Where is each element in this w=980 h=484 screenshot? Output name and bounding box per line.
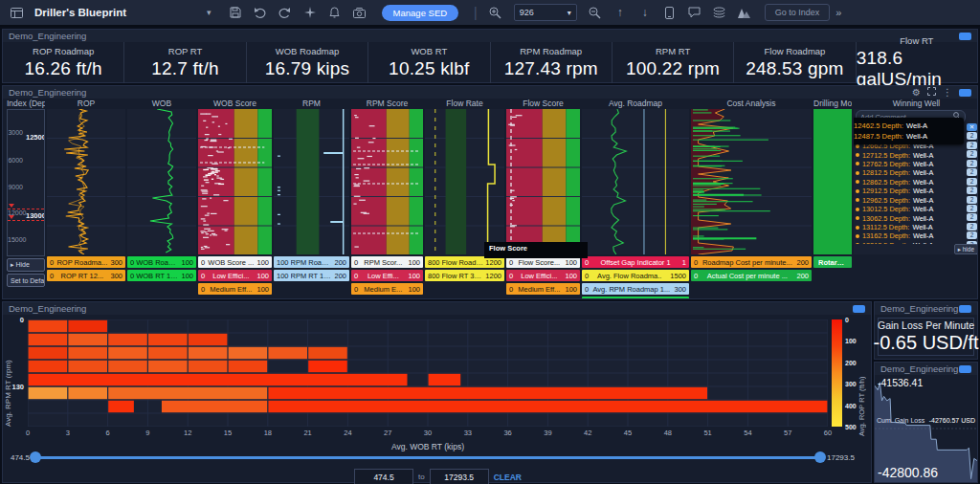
panel-collapse-icon[interactable]: [959, 33, 971, 40]
legend-label: ROP RT 12...: [56, 272, 108, 280]
count-badge[interactable]: 2: [967, 213, 977, 221]
track-header-winning[interactable]: Winning Well: [854, 99, 978, 109]
legend-chip[interactable]: 0WOB Score ...100: [198, 256, 272, 268]
count-badge[interactable]: 2: [967, 142, 977, 149]
count-badge[interactable]: 2: [967, 223, 977, 231]
comment-icon[interactable]: [682, 3, 707, 22]
slider-handle-right[interactable]: [814, 451, 826, 463]
legend-chip[interactable]: 100RPM Roadmap ...200: [274, 256, 349, 268]
count-badge[interactable]: 2: [967, 196, 977, 204]
track-header-rop[interactable]: ROP: [47, 99, 125, 109]
legend-chip[interactable]: 0Offset Gap Indicator 11: [582, 256, 689, 268]
bell-icon[interactable]: [323, 3, 347, 22]
panel-collapse-icon[interactable]: [959, 365, 971, 373]
list-item[interactable]: 13062.5 Depth:Well-A: [856, 213, 966, 222]
track-header-avg_roadmap[interactable]: Avg. Roadmap: [582, 99, 689, 109]
track-header-flow_score[interactable]: Flow Score: [506, 99, 580, 109]
list-item[interactable]: 13162.5 Depth:Well-A: [856, 231, 966, 240]
legend-chip[interactable]: 800Flow RT 31...1200: [425, 270, 504, 281]
count-badge[interactable]: 2: [967, 231, 977, 239]
count-badge[interactable]: 2: [967, 160, 977, 167]
hide-tracks-button[interactable]: ▸ Hide: [7, 258, 45, 272]
list-item[interactable]: 13212.5 Depth:Well-A: [856, 241, 966, 244]
list-item[interactable]: 12712.5 Depth:Well-A: [856, 150, 966, 159]
go-to-index-button[interactable]: Go to Index: [765, 4, 831, 21]
track-header-cost[interactable]: Cost Analysis: [691, 99, 812, 109]
slider-handle-left[interactable]: [30, 451, 41, 463]
legend-chip[interactable]: 0WOB Roadma..100: [127, 256, 196, 268]
list-item[interactable]: 12812.5 Depth:Well-A: [856, 168, 966, 177]
save-icon[interactable]: [223, 3, 248, 22]
rpm_score-track-svg: [351, 109, 423, 254]
count-badge[interactable]: 2: [967, 205, 977, 212]
legend-chip[interactable]: 0Roadmap Cost per minute...200: [691, 256, 812, 268]
track-header-index[interactable]: Index (Depth): [7, 99, 45, 109]
range-to-input[interactable]: [430, 469, 489, 484]
app-window-icon[interactable]: [4, 3, 29, 22]
clear-range-button[interactable]: CLEAR: [494, 473, 522, 482]
set-to-default-button[interactable]: Set to Default...: [7, 274, 45, 287]
legend-min: 0: [354, 285, 358, 294]
sparkle-icon[interactable]: [298, 3, 323, 22]
legend-chip[interactable]: 0Avg. WOB Roadmap 1...100: [582, 297, 689, 299]
hide-list-button[interactable]: ▸ hide: [954, 244, 978, 254]
kpi-cell-flow-rt: Flow RT318.6 galUS/min: [857, 42, 977, 83]
panel-collapse-icon[interactable]: [959, 89, 971, 97]
track-header-rpm[interactable]: RPM: [274, 99, 349, 109]
list-item[interactable]: 13112.5 Depth:Well-A: [856, 223, 966, 231]
track-header-mode[interactable]: Drilling Mo...: [813, 99, 852, 109]
legend-chip[interactable]: 0Medium Eff...100: [198, 283, 272, 295]
zoom-out-icon[interactable]: [583, 3, 608, 22]
redo-icon[interactable]: [273, 3, 298, 22]
legend-chip[interactable]: 0Low Effi...100: [351, 270, 423, 281]
undo-icon[interactable]: [248, 3, 273, 22]
device-icon[interactable]: [657, 3, 682, 22]
kebab-icon[interactable]: ⋮: [943, 86, 952, 99]
panel-collapse-icon[interactable]: [853, 305, 865, 313]
camera-icon[interactable]: [347, 3, 372, 22]
close-icon[interactable]: ✕: [967, 123, 977, 131]
title-dropdown-caret-icon[interactable]: ▾: [207, 8, 212, 17]
legend-chip[interactable]: Rotary Mode: [813, 256, 852, 268]
track-header-wob[interactable]: WOB: [127, 99, 196, 109]
layers-icon[interactable]: [707, 3, 732, 22]
count-badge[interactable]: 2: [967, 178, 977, 186]
legend-chip[interactable]: 0RPM Scor...100: [351, 256, 423, 268]
list-item[interactable]: 12962.5 Depth:Well-A: [856, 196, 966, 205]
gear-icon[interactable]: ⚙: [912, 86, 921, 99]
track-header-wob_score[interactable]: WOB Score: [198, 99, 272, 109]
panel-collapse-icon[interactable]: [959, 305, 971, 313]
mountain-icon[interactable]: [732, 3, 757, 22]
legend-chip[interactable]: 0Actual Cost per minute ...200: [691, 270, 812, 281]
gain-loss-card: Gain Loss Per Minute -0.65 USD/ft: [878, 318, 974, 356]
list-item[interactable]: 12912.5 Depth:Well-A: [856, 187, 966, 195]
legend-chip[interactable]: 0Medium E...100: [351, 283, 423, 295]
list-item[interactable]: 12762.5 Depth:Well-A: [856, 160, 966, 168]
list-item[interactable]: 13012.5 Depth:Well-A: [856, 205, 966, 213]
zoom-level-select[interactable]: 926 ▾: [514, 4, 577, 21]
legend-chip[interactable]: 0Low Effici...100: [198, 270, 272, 281]
legend-chip[interactable]: 0ROP RT 12...300: [47, 270, 125, 281]
track-header-rpm_score[interactable]: RPM Score: [351, 99, 423, 109]
legend-chip[interactable]: 0Avg. Flow Roadma..1500: [582, 270, 689, 281]
zoom-in-icon[interactable]: [483, 3, 508, 22]
arrow-down-icon[interactable]: ↓: [633, 3, 657, 22]
legend-chip[interactable]: 0ROP Roadma...300: [47, 256, 125, 268]
legend-chip[interactable]: 0Avg. RPM Roadmap 1...300: [582, 283, 689, 295]
legend-chip[interactable]: 0Medium Eff...100: [506, 283, 580, 295]
fullscreen-icon[interactable]: [927, 86, 936, 99]
range-from-input[interactable]: [354, 469, 413, 484]
count-badge[interactable]: 2: [967, 132, 977, 140]
count-badge[interactable]: 2: [967, 168, 977, 176]
depth-range-slider[interactable]: [33, 456, 822, 459]
count-badge[interactable]: 2: [967, 150, 977, 158]
legend-chip[interactable]: 100RPM RT 100.2...200: [274, 270, 349, 281]
arrow-up-icon[interactable]: ↑: [608, 3, 633, 22]
track-header-flow[interactable]: Flow Rate: [425, 99, 504, 109]
list-item[interactable]: 12862.5 Depth:Well-A: [856, 178, 966, 187]
legend-chip[interactable]: 0Low Effici...100: [506, 270, 580, 281]
double-chevron-right-icon[interactable]: »: [835, 7, 841, 18]
manage-sed-button[interactable]: Manage SED: [382, 5, 459, 21]
count-badge[interactable]: 2: [967, 187, 977, 194]
legend-chip[interactable]: 0WOB RT 10...100: [127, 270, 196, 281]
